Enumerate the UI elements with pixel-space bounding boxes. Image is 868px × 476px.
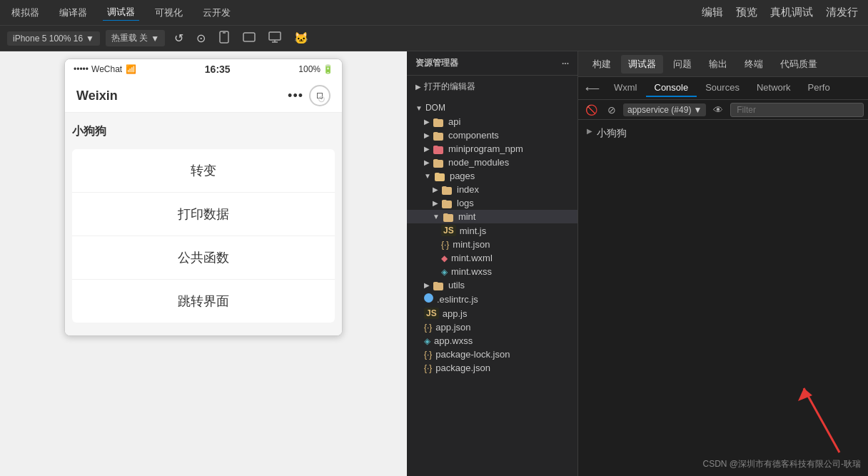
right-tab-device-debug[interactable]: 真机调试 <box>767 4 816 21</box>
dt-tab-debugger[interactable]: 调试器 <box>621 55 663 74</box>
battery-icon: 🔋 <box>323 64 333 74</box>
dom-label: DOM <box>425 103 445 113</box>
chevron-down-icon: ▼ <box>693 105 702 115</box>
open-editors-label: 打开的编辑器 <box>424 81 475 93</box>
folder-arrow-icon: ▶ <box>424 158 430 166</box>
phone-battery: 100% 🔋 <box>298 64 333 74</box>
phone-nav: Weixin ••• ⊙ <box>65 79 342 113</box>
side-label: 小狗狗 <box>72 120 335 143</box>
nav-camera-icon[interactable]: ⊙ <box>309 85 330 106</box>
tab-debugger[interactable]: 调试器 <box>103 4 139 21</box>
svg-line-6 <box>804 388 839 452</box>
file-tree-title: 资源管理器 <box>415 57 458 69</box>
devtools-panel: 构建 调试器 问题 输出 终端 代码质量 ⟵ Wxml Console Sour… <box>578 51 868 476</box>
menu-item-3[interactable]: 跳转界面 <box>72 280 335 323</box>
tab-visual[interactable]: 可视化 <box>151 5 187 21</box>
stop-button[interactable]: ⊙ <box>193 30 209 46</box>
item-label: package-lock.json <box>435 349 510 360</box>
menu-item-2[interactable]: 公共函数 <box>72 236 335 280</box>
tree-item-utils[interactable]: ▶ utils <box>407 278 577 292</box>
dt-tab-output[interactable]: 输出 <box>702 55 735 74</box>
menu-item-1[interactable]: 打印数据 <box>72 193 335 236</box>
right-tab-edit[interactable]: 编辑 <box>699 4 726 21</box>
folder-arrow-icon: ▶ <box>424 281 430 289</box>
inner-tab-perf[interactable]: Perfo <box>799 79 839 97</box>
reload-button[interactable]: ↺ <box>171 30 187 46</box>
tree-item-mint-json[interactable]: {·} mint.json <box>407 238 577 251</box>
folder-icon-node-modules <box>433 158 445 168</box>
more-icon[interactable]: ··· <box>562 59 569 69</box>
filter-input[interactable] <box>730 103 864 117</box>
json-icon: {·} <box>424 350 432 360</box>
right-tab-preview[interactable]: 预览 <box>733 4 760 21</box>
tab-cloud[interactable]: 云开发 <box>198 5 235 21</box>
dt-tab-terminal[interactable]: 终端 <box>737 55 770 74</box>
item-label: app.js <box>443 308 468 319</box>
item-label: utils <box>448 280 465 290</box>
hot-reload-select[interactable]: 热重载 关 ▼ <box>106 30 165 46</box>
item-label: pages <box>450 171 475 181</box>
tree-item-mint[interactable]: ▼ mint <box>407 210 577 223</box>
cat-icon[interactable]: 🐱 <box>291 30 312 46</box>
inner-tab-console[interactable]: Console <box>646 79 697 97</box>
tree-item-eslintrc[interactable]: .eslintrc.js <box>407 292 577 306</box>
tree-item-mint-wxml[interactable]: ◆ mint.wxml <box>407 251 577 265</box>
inner-tab-wxml[interactable]: Wxml <box>605 79 646 97</box>
device-select[interactable]: iPhone 5 100% 16 ▼ <box>7 31 100 46</box>
arrow-right-icon: ▶ <box>415 83 421 91</box>
tablet-button[interactable] <box>239 30 259 47</box>
tree-item-app-js[interactable]: JS app.js <box>407 306 577 320</box>
tree-item-app-json[interactable]: {·} app.json <box>407 320 577 334</box>
tree-item-app-wxss[interactable]: ◈ app.wxss <box>407 334 577 348</box>
inner-tab-network[interactable]: Network <box>748 79 799 97</box>
dt-tab-build[interactable]: 构建 <box>585 55 618 74</box>
menu-item-0[interactable]: 转变 <box>72 149 335 193</box>
tree-item-package-lock[interactable]: {·} package-lock.json <box>407 348 577 361</box>
item-label: mint.js <box>460 226 487 236</box>
folder-icon-api <box>433 117 445 127</box>
tree-item-components[interactable]: ▶ components <box>407 128 577 142</box>
clear-button[interactable]: 🚫 <box>582 103 600 117</box>
item-label: app.wxss <box>434 335 473 346</box>
tree-item-mint-js[interactable]: JS mint.js <box>407 223 577 238</box>
tree-item-logs[interactable]: ▶ logs <box>407 196 577 210</box>
desktop-button[interactable] <box>265 30 285 47</box>
dt-tab-codequality[interactable]: 代码质量 <box>773 55 824 74</box>
camera-dot: ⊙ <box>317 93 323 98</box>
inner-tab-sources[interactable]: Sources <box>697 79 748 97</box>
tree-item-package-json[interactable]: {·} package.json <box>407 361 577 375</box>
nav-more-icon[interactable]: ••• <box>288 88 303 103</box>
console-toolbar: 🚫 ⊘ appservice (#49) ▼ 👁 <box>578 100 868 120</box>
tree-item-api[interactable]: ▶ api <box>407 115 577 128</box>
json-icon: {·} <box>441 240 449 250</box>
second-toolbar: iPhone 5 100% 16 ▼ 热重载 关 ▼ ↺ ⊙ 🐱 <box>0 26 868 51</box>
folder-arrow-icon: ▼ <box>433 213 440 221</box>
phone-preview: ••••• WeChat 📶 16:35 100% 🔋 Weixin ••• ⊙ <box>0 51 407 476</box>
right-tab-release[interactable]: 清发行 <box>823 4 861 21</box>
eye-button[interactable]: 👁 <box>710 103 726 117</box>
dom-header[interactable]: ▼ DOM <box>407 101 577 115</box>
expand-arrow[interactable]: ▶ <box>587 127 592 135</box>
context-select[interactable]: appservice (#49) ▼ <box>623 103 706 116</box>
phone-content: 小狗狗 转变 打印数据 公共函数 跳转界面 <box>65 113 342 335</box>
item-label: node_modules <box>448 157 509 168</box>
phone-button[interactable] <box>215 29 233 48</box>
phone-time: 16:35 <box>205 64 231 75</box>
open-editors-header[interactable]: ▶ 打开的编辑器 <box>407 79 577 95</box>
tree-item-index[interactable]: ▶ index <box>407 183 577 196</box>
chevron-down-icon: ▼ <box>151 34 159 44</box>
tree-item-miniprogram-npm[interactable]: ▶ miniprogram_npm <box>407 142 577 156</box>
dt-tab-problems[interactable]: 问题 <box>666 55 699 74</box>
stop-button[interactable]: ⊘ <box>605 103 619 117</box>
phone-frame: ••••• WeChat 📶 16:35 100% 🔋 Weixin ••• ⊙ <box>64 59 343 336</box>
devtools-side-btn[interactable]: ⟵ <box>582 81 602 96</box>
item-label: logs <box>457 198 474 208</box>
tree-item-mint-wxss[interactable]: ◈ mint.wxss <box>407 265 577 278</box>
tab-compiler[interactable]: 编译器 <box>55 5 91 21</box>
wxml-icon: ◆ <box>441 253 448 263</box>
tree-item-pages[interactable]: ▼ pages <box>407 169 577 183</box>
item-label: app.json <box>435 322 470 333</box>
tab-simulator[interactable]: 模拟器 <box>7 5 44 21</box>
context-label: appservice (#49) <box>627 105 691 115</box>
tree-item-node-modules[interactable]: ▶ node_modules <box>407 156 577 169</box>
